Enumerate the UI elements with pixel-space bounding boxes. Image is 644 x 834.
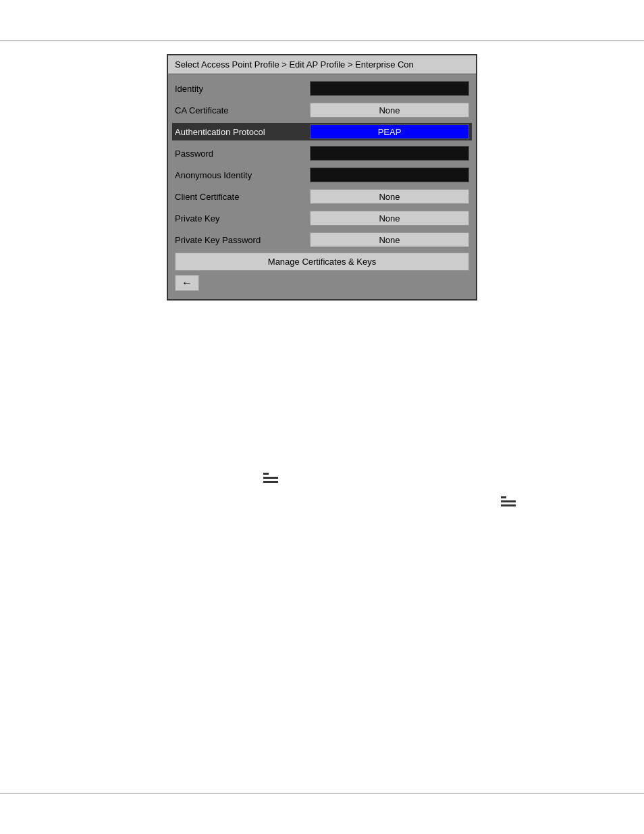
identity-row: Identity <box>175 80 469 97</box>
dialog-body: Identity CA Certificate None Authenticat… <box>168 74 476 299</box>
identity-label: Identity <box>175 84 310 94</box>
back-button[interactable]: ← <box>175 275 199 291</box>
svg-rect-1 <box>263 477 278 479</box>
client-certificate-row: Client Certificate None <box>175 188 469 205</box>
list-icon-left <box>263 473 278 488</box>
anonymous-identity-label: Anonymous Identity <box>175 170 310 180</box>
svg-rect-5 <box>501 504 516 506</box>
password-row: Password <box>175 145 469 162</box>
ca-certificate-label: CA Certificate <box>175 105 310 115</box>
main-content: Select Access Point Profile > Edit AP Pr… <box>167 54 477 301</box>
svg-rect-0 <box>263 473 269 475</box>
private-key-password-row: Private Key Password None <box>175 231 469 249</box>
private-key-row: Private Key None <box>175 209 469 227</box>
auth-protocol-value[interactable]: PEAP <box>310 124 469 139</box>
svg-rect-2 <box>263 481 278 483</box>
client-certificate-value[interactable]: None <box>310 189 469 204</box>
auth-protocol-label: Authentication Protocol <box>175 127 310 137</box>
manage-certificates-button[interactable]: Manage Certificates & Keys <box>175 253 469 271</box>
password-value[interactable] <box>310 146 469 161</box>
ca-certificate-value[interactable]: None <box>310 103 469 118</box>
bottom-divider <box>0 793 644 793</box>
auth-protocol-row[interactable]: Authentication Protocol PEAP <box>172 123 472 140</box>
private-key-password-label: Private Key Password <box>175 235 310 245</box>
private-key-value[interactable]: None <box>310 211 469 226</box>
private-key-label: Private Key <box>175 213 310 224</box>
password-label: Password <box>175 149 310 159</box>
identity-value[interactable] <box>310 81 469 96</box>
svg-rect-3 <box>501 496 506 498</box>
list-icon-right <box>501 496 516 512</box>
ca-certificate-row: CA Certificate None <box>175 101 469 119</box>
client-certificate-label: Client Certificate <box>175 192 310 202</box>
top-divider <box>0 41 644 41</box>
anonymous-identity-row: Anonymous Identity <box>175 166 469 184</box>
svg-rect-4 <box>501 500 516 502</box>
anonymous-identity-value[interactable] <box>310 167 469 182</box>
private-key-password-value[interactable]: None <box>310 232 469 247</box>
dialog-box: Select Access Point Profile > Edit AP Pr… <box>167 54 477 301</box>
dialog-title: Select Access Point Profile > Edit AP Pr… <box>168 55 476 74</box>
